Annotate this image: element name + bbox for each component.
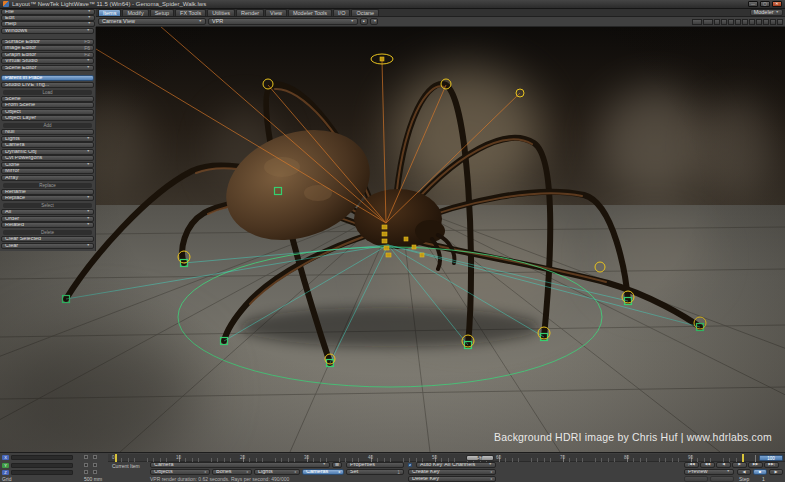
next-frame-button[interactable]: ▶ [732, 462, 747, 468]
go-to-start-button[interactable]: |◀◀ [684, 462, 699, 468]
rename-button[interactable]: Rename [1, 189, 94, 195]
auto-key-checkbox[interactable]: ✓ [408, 463, 412, 467]
end-frame-field[interactable]: 100 [759, 455, 783, 461]
tab-setup[interactable]: Setup [150, 9, 174, 16]
preset-button-7[interactable] [756, 19, 762, 25]
cameras-filter-button[interactable]: Cameras◂ [302, 469, 344, 475]
tab-render[interactable]: Render [236, 9, 264, 16]
prev-key-button[interactable]: ◀◀ [700, 462, 715, 468]
preview-dropdown[interactable]: Preview▼ [684, 469, 734, 475]
next-key-button[interactable]: ▶▶ [748, 462, 763, 468]
play-forward-button[interactable]: ▶ [769, 469, 783, 475]
array-button[interactable]: Array [1, 175, 94, 181]
preview-option-button-2[interactable] [710, 476, 734, 482]
graph-editor-button[interactable]: Graph EditorF2 [1, 52, 94, 58]
edit-menu-button[interactable]: Edit▼ [1, 15, 95, 21]
stop-button[interactable]: ■ [753, 469, 767, 475]
tab-modify[interactable]: Modify [122, 9, 148, 16]
y-lock-checkbox-2[interactable] [93, 463, 97, 467]
preset-wide-button-2[interactable] [703, 19, 713, 25]
lights-filter-button[interactable]: Lights◂ [254, 469, 300, 475]
preset-button-2[interactable] [721, 19, 727, 25]
select-all-button[interactable]: All▼ [1, 209, 94, 215]
add-camera-button[interactable]: Camera [1, 142, 94, 148]
play-reverse-button[interactable]: ◀ [737, 469, 751, 475]
timeline-ruler[interactable]: 0 10 20 30 40 50 60 70 80 90 57 100 [108, 454, 785, 462]
minimize-button[interactable]: — [748, 1, 758, 7]
viewport-option-button-1[interactable]: ▪ [360, 18, 368, 25]
preset-button-1[interactable] [714, 19, 720, 25]
frame-slider[interactable]: 57 [466, 455, 494, 461]
image-editor-button[interactable]: Image EditorF6 [1, 45, 94, 51]
view-mode-dropdown[interactable]: Camera View▼ [98, 18, 206, 25]
load-object-layer-button[interactable]: Object Layer [1, 115, 94, 121]
delete-key-button[interactable]: Delete Key◂ [408, 476, 496, 482]
file-menu-button[interactable]: File▼ [1, 9, 95, 15]
modeler-launch-button[interactable]: Modeler▼ [750, 9, 783, 16]
tab-items[interactable]: Items [98, 9, 121, 16]
item-list-button[interactable]: ≣ [332, 462, 342, 468]
tab-fx-tools[interactable]: FX Tools [175, 9, 206, 16]
preset-button-10[interactable] [777, 19, 783, 25]
load-from-scene-button[interactable]: From Scene [1, 102, 94, 108]
z-lock-checkbox-2[interactable] [93, 470, 97, 474]
objects-filter-button[interactable]: Objects◂ [150, 469, 210, 475]
windows-menu-button[interactable]: Windows▼ [1, 28, 94, 34]
preset-button-4[interactable] [735, 19, 741, 25]
current-item-dropdown[interactable]: Camera▼ [150, 462, 330, 468]
x-position-field[interactable] [11, 455, 73, 460]
prev-frame-button[interactable]: ◀ [716, 462, 731, 468]
clone-button[interactable]: Clone▼ [1, 162, 94, 168]
y-position-field[interactable] [11, 463, 73, 468]
tab-utilities[interactable]: Utilities [207, 9, 235, 16]
replace-button[interactable]: Replace▼ [1, 195, 94, 201]
preview-option-button-1[interactable] [684, 476, 708, 482]
help-menu-button[interactable]: Help▼ [1, 21, 95, 27]
mirror-button[interactable]: Mirror [1, 168, 94, 174]
bones-filter-button[interactable]: Bones◂ [212, 469, 252, 475]
load-scene-button[interactable]: Scene [1, 96, 94, 102]
select-related-button[interactable]: Related▼ [1, 222, 94, 228]
set-button[interactable]: Set1 [346, 469, 404, 475]
preset-wide-button-1[interactable] [692, 19, 702, 25]
x-lock-checkbox[interactable] [84, 455, 88, 459]
x-lock-checkbox-2[interactable] [93, 455, 97, 459]
add-dynamic-obj-button[interactable]: Dynamic Obj▼ [1, 149, 94, 155]
clear-selected-button[interactable]: Clear Selected [1, 236, 94, 242]
section-select: Select [3, 203, 92, 208]
maximize-button[interactable]: ▢ [760, 1, 770, 7]
create-key-button[interactable]: Create Key◂ [408, 469, 496, 475]
load-object-button[interactable]: Object [1, 109, 94, 115]
viewport-option-button-2[interactable]: ▼ [370, 18, 378, 25]
select-order-button[interactable]: Order▼ [1, 216, 94, 222]
y-lock-checkbox[interactable] [84, 463, 88, 467]
step-value[interactable]: 1 [762, 477, 765, 482]
add-null-button[interactable]: Null [1, 129, 94, 135]
tab-octane[interactable]: Octane [351, 9, 379, 16]
preset-button-5[interactable] [742, 19, 748, 25]
preset-button-8[interactable] [763, 19, 769, 25]
preset-button-9[interactable] [770, 19, 776, 25]
camera-viewport[interactable]: Background HDRI image by Chris Huf | www… [0, 27, 785, 452]
properties-button[interactable]: Properties [346, 462, 404, 468]
tab-view[interactable]: View [265, 9, 287, 16]
studio-live-trigger-button[interactable]: Studio LIVE Trig... [1, 82, 94, 88]
surface-editor-button[interactable]: Surface EditorF5 [1, 39, 94, 45]
preset-button-3[interactable] [728, 19, 734, 25]
go-to-end-button[interactable]: ▶▶| [764, 462, 779, 468]
parent-in-place-button[interactable]: Parent in Place [1, 75, 94, 81]
render-mode-dropdown[interactable]: VPR▼ [208, 18, 358, 25]
preset-button-6[interactable] [749, 19, 755, 25]
tab-modeler-tools[interactable]: Modeler Tools [288, 9, 332, 16]
z-position-field[interactable] [11, 470, 73, 475]
auto-key-channels-dropdown[interactable]: Auto KeyAll Channels▼ [416, 462, 496, 468]
z-lock-checkbox[interactable] [84, 470, 88, 474]
add-lights-button[interactable]: Lights▼ [1, 136, 94, 142]
close-button[interactable]: ✕ [772, 1, 782, 7]
cvt-powergons-button[interactable]: Cvt Powergons [1, 155, 94, 161]
dropdown-arrow-icon: ▼ [85, 223, 90, 227]
virtual-studio-button[interactable]: Virtual Studio▼ [1, 58, 94, 64]
scene-editor-button[interactable]: Scene Editor▼ [1, 65, 94, 71]
clear-button[interactable]: Clear▼ [1, 243, 94, 249]
tab-io[interactable]: I/O [333, 9, 350, 16]
